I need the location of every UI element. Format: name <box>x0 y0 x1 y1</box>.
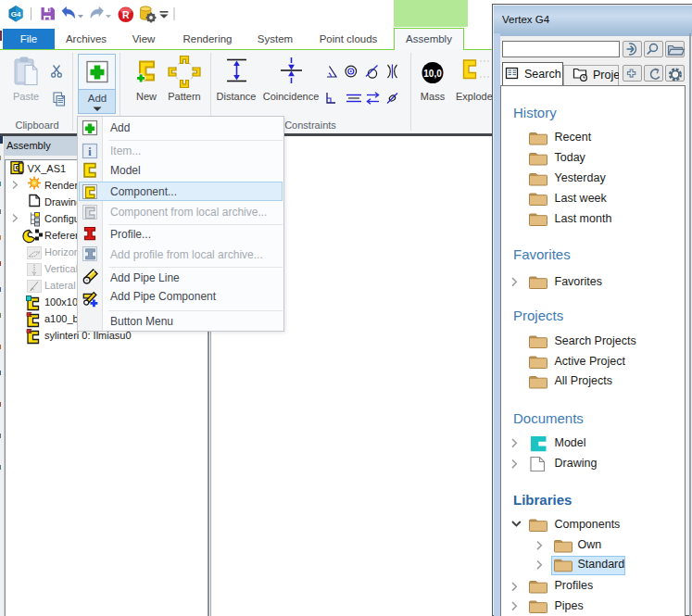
svg-text:R: R <box>122 9 130 20</box>
svg-text:10,0: 10,0 <box>423 69 442 79</box>
svg-text:G4: G4 <box>11 10 21 19</box>
